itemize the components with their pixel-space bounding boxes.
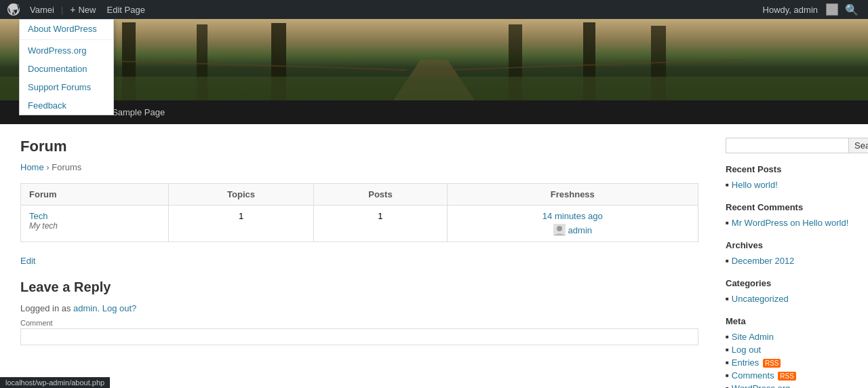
logged-in-text: Logged in as admin. Log out? <box>20 303 698 313</box>
new-content-link[interactable]: + New <box>64 0 101 19</box>
search-input[interactable] <box>726 138 849 153</box>
sidebar-categories: Categories Uncategorized <box>726 278 854 305</box>
admin-bar-right: Howdy, admin 🔍 <box>757 3 863 16</box>
main-layout: Forum Home › Forums Forum Topics Posts F… <box>0 124 868 388</box>
about-dropdown: About WordPress WordPress.org Documentat… <box>19 19 114 115</box>
dropdown-documentation[interactable]: Documentation <box>20 60 113 78</box>
breadcrumb-separator: › <box>46 162 49 172</box>
recent-post-link[interactable]: Hello world! <box>732 180 778 190</box>
forum-name: Tech <box>29 211 160 221</box>
svg-point-12 <box>557 226 562 231</box>
svg-line-9 <box>448 60 746 70</box>
user-avatar-small <box>553 224 566 236</box>
col-posts: Posts <box>314 184 447 206</box>
site-header <box>0 19 868 100</box>
recent-comments-heading: Recent Comments <box>726 202 854 212</box>
sidebar: Search Recent Posts Hello world! Recent … <box>719 124 868 388</box>
meta-site-admin: Site Admin <box>726 330 854 343</box>
sidebar-meta: Meta Site Admin Log out Entries RSS Comm… <box>726 316 854 388</box>
admin-bar: Vamei About WordPress WordPress.org Docu… <box>0 0 868 19</box>
forum-table-header-row: Forum Topics Posts Freshness <box>21 184 698 206</box>
logged-in-as-text: Logged in as <box>20 303 71 313</box>
freshness-user-link[interactable]: admin <box>568 225 592 235</box>
archive-item: December 2012 <box>726 254 854 267</box>
comment-input[interactable] <box>20 328 698 345</box>
sidebar-recent-comments: Recent Comments Mr WordPress on Hello wo… <box>726 202 854 229</box>
dropdown-support-forums[interactable]: Support Forums <box>20 78 113 96</box>
breadcrumb-current: Forums <box>52 162 81 172</box>
sidebar-search: Search <box>726 138 854 153</box>
site-nav: Home Forum Sample Page <box>0 100 868 124</box>
wordpress-org-link[interactable]: WordPress.org <box>732 383 790 388</box>
site-name-link[interactable]: Vamei <box>24 0 60 19</box>
meta-logout: Log out <box>726 343 854 356</box>
recent-posts-heading: Recent Posts <box>726 164 854 174</box>
logout-meta-link[interactable]: Log out <box>732 345 761 355</box>
forum-row-tech: Tech My tech 1 1 14 minutes ago <box>21 206 698 242</box>
entries-rss-badge: RSS <box>763 359 781 368</box>
breadcrumb-home[interactable]: Home <box>20 162 44 172</box>
freshness-time: 14 minutes ago <box>456 211 690 221</box>
archive-link[interactable]: December 2012 <box>732 256 795 266</box>
col-forum: Forum <box>21 184 169 206</box>
recent-comments-list: Mr WordPress on Hello world! <box>726 216 854 229</box>
comments-rss-link[interactable]: Comments RSS <box>732 370 796 381</box>
recent-posts-list: Hello world! <box>726 178 854 191</box>
svg-line-8 <box>68 60 407 70</box>
meta-wordpress-org: WordPress.org <box>726 382 854 388</box>
categories-list: Uncategorized <box>726 292 854 305</box>
meta-list: Site Admin Log out Entries RSS Comments … <box>726 330 854 388</box>
header-image <box>0 19 868 100</box>
edit-page-link[interactable]: Edit Page <box>101 0 150 19</box>
archives-heading: Archives <box>726 240 854 250</box>
dropdown-about-wordpress[interactable]: About WordPress <box>20 20 113 38</box>
recent-comment-link[interactable]: Mr WordPress on Hello world! <box>732 218 848 228</box>
page-title: Forum <box>20 138 698 155</box>
col-topics: Topics <box>168 184 313 206</box>
forum-tech-link[interactable]: Tech <box>29 211 47 221</box>
entries-rss-link[interactable]: Entries RSS <box>732 357 781 368</box>
svg-rect-10 <box>0 77 868 100</box>
recent-comment-item: Mr WordPress on Hello world! <box>726 216 854 229</box>
forum-table: Forum Topics Posts Freshness Tech My tec… <box>20 183 698 242</box>
status-bar: localhost/wp-admin/about.php <box>0 377 110 388</box>
site-admin-link[interactable]: Site Admin <box>732 332 774 342</box>
edit-link[interactable]: Edit <box>20 256 35 266</box>
sidebar-archives: Archives December 2012 <box>726 240 854 267</box>
edit-link-container: Edit <box>20 256 698 266</box>
categories-heading: Categories <box>726 278 854 288</box>
forum-description: My tech <box>29 221 160 231</box>
sidebar-recent-posts: Recent Posts Hello world! <box>726 164 854 191</box>
col-freshness: Freshness <box>447 184 698 206</box>
dropdown-feedback[interactable]: Feedback <box>20 96 113 115</box>
user-avatar-icon <box>826 3 838 16</box>
admin-user-link[interactable]: admin <box>73 303 97 313</box>
comments-rss-badge: RSS <box>778 372 796 381</box>
site-wrapper: Home Forum Sample Page Forum Home › Foru… <box>0 19 868 388</box>
recent-post-item: Hello world! <box>726 178 854 191</box>
forum-posts-cell: 1 <box>314 206 447 242</box>
leave-reply-title: Leave a Reply <box>20 279 698 295</box>
freshness-user: admin <box>456 224 690 236</box>
meta-comments-rss: Comments RSS <box>726 369 854 382</box>
forum-topics-cell: 1 <box>168 206 313 242</box>
search-button[interactable]: Search <box>849 138 868 153</box>
wordpress-logo[interactable] <box>5 1 22 18</box>
category-link[interactable]: Uncategorized <box>732 294 789 304</box>
logout-link[interactable]: Log out? <box>102 303 137 313</box>
archives-list: December 2012 <box>726 254 854 267</box>
status-url: localhost/wp-admin/about.php <box>5 379 104 387</box>
forum-name-cell: Tech My tech <box>21 206 169 242</box>
forum-freshness-cell: 14 minutes ago admin <box>447 206 698 242</box>
comment-label: Comment <box>20 319 698 327</box>
content-area: Forum Home › Forums Forum Topics Posts F… <box>0 124 719 388</box>
search-icon[interactable]: 🔍 <box>841 3 863 16</box>
breadcrumb: Home › Forums <box>20 162 698 172</box>
category-item: Uncategorized <box>726 292 854 305</box>
howdy-text: Howdy, admin <box>757 5 823 15</box>
dropdown-wordpress-org[interactable]: WordPress.org <box>20 41 113 60</box>
plus-icon: + <box>70 4 75 15</box>
meta-heading: Meta <box>726 316 854 326</box>
new-label: New <box>78 5 96 15</box>
nav-list: Home Forum Sample Page <box>14 100 854 124</box>
